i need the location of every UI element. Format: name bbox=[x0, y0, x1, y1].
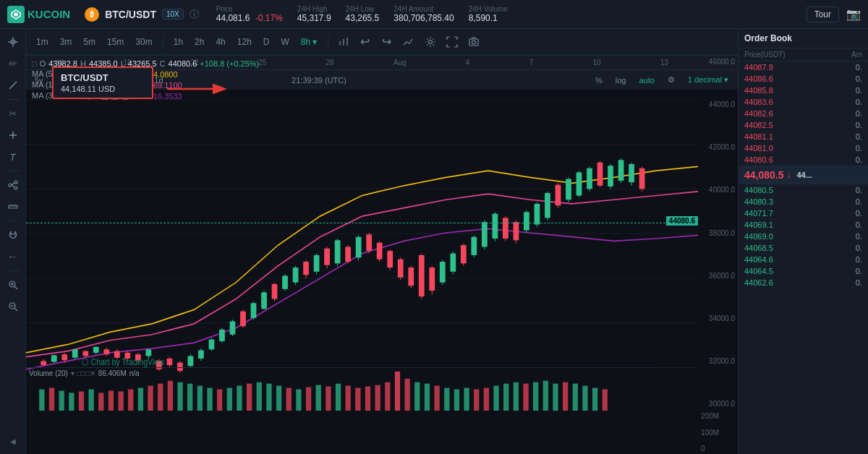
chart-type-btn[interactable] bbox=[334, 33, 353, 51]
price-stat-24h-volume: 24H Volume 8,590.1 bbox=[469, 5, 508, 23]
svg-rect-137 bbox=[514, 222, 519, 240]
svg-rect-171 bbox=[118, 391, 123, 411]
bid-row-3[interactable]: 44071.7 0. bbox=[739, 207, 868, 219]
24h-high-label: 24H High bbox=[297, 5, 331, 13]
price-scale: 46000.0 44000.0 42000.0 40000.0 38000.0 … bbox=[698, 55, 738, 411]
ask-row-5[interactable]: 44082.6 0. bbox=[739, 108, 868, 119]
bid-row-1[interactable]: 44080.5 0. bbox=[739, 184, 868, 196]
screenshot-btn[interactable] bbox=[464, 33, 483, 51]
tool-line[interactable] bbox=[3, 75, 23, 95]
tool-plus[interactable] bbox=[3, 125, 23, 145]
ask-row-1[interactable]: 44087.9 0. bbox=[739, 61, 868, 73]
svg-rect-67 bbox=[145, 349, 151, 356]
svg-rect-212 bbox=[523, 384, 528, 411]
svg-rect-157 bbox=[618, 160, 624, 181]
fullscreen-btn[interactable] bbox=[443, 33, 461, 51]
ask-row-2[interactable]: 44086.6 0. bbox=[739, 73, 868, 85]
tool-collapse[interactable]: ◀ bbox=[3, 431, 23, 451]
tf-4h[interactable]: 4h bbox=[211, 35, 229, 48]
svg-rect-170 bbox=[109, 390, 114, 411]
line-chart-btn[interactable] bbox=[399, 33, 418, 51]
chart-body[interactable]: □ O43982.8 H44385.0 L43265.5 C44080.6 +1… bbox=[26, 55, 738, 454]
tool-zoom-in[interactable] bbox=[3, 275, 23, 295]
redo-btn[interactable]: ↪ bbox=[378, 33, 396, 51]
tool-scissors[interactable]: ✂ bbox=[3, 103, 23, 124]
price-stat-24h-amount: 24H Amount 380,706,785.40 bbox=[393, 5, 454, 23]
symbol-box-price: 44,148.11 USD bbox=[61, 85, 145, 93]
ask-row-7[interactable]: 44081.1 0. bbox=[739, 131, 868, 142]
ask-row-6[interactable]: 44082.5 0. bbox=[739, 119, 868, 131]
btc-icon: ₿ bbox=[85, 7, 99, 22]
svg-rect-151 bbox=[587, 168, 592, 189]
svg-rect-197 bbox=[375, 385, 380, 411]
svg-rect-164 bbox=[49, 388, 54, 411]
24h-volume-value: 8,590.1 bbox=[469, 13, 508, 23]
svg-rect-178 bbox=[187, 384, 192, 411]
svg-rect-161 bbox=[639, 168, 645, 189]
svg-rect-191 bbox=[316, 385, 321, 411]
ask-row-4[interactable]: 44083.6 0. bbox=[739, 96, 868, 108]
svg-rect-141 bbox=[535, 204, 540, 225]
bid-row-5[interactable]: 44069.0 0. bbox=[739, 231, 868, 242]
svg-rect-184 bbox=[247, 384, 252, 411]
tf-3m[interactable]: 3m bbox=[56, 35, 77, 48]
svg-rect-83 bbox=[230, 321, 236, 334]
chart-canvas[interactable]: ⬡ Chart by TradingView Volume (20) ▾ □□□… bbox=[26, 55, 698, 411]
tool-pencil[interactable]: ✏ bbox=[3, 53, 23, 74]
bid-row-8[interactable]: 44064.5 0. bbox=[739, 265, 868, 277]
svg-rect-166 bbox=[69, 393, 74, 411]
info-icon[interactable]: ⓘ bbox=[190, 8, 199, 21]
svg-rect-195 bbox=[355, 388, 360, 411]
bid-row-7[interactable]: 44064.6 0. bbox=[739, 254, 868, 265]
bid-row-2[interactable]: 44080.3 0. bbox=[739, 196, 868, 207]
tf-15m[interactable]: 15m bbox=[103, 35, 128, 48]
bid-row-4[interactable]: 44069.1 0. bbox=[739, 219, 868, 231]
chart-container: BTC/USDT 44,148.11 USD 1m 3m 5m 15m 30m … bbox=[26, 29, 738, 454]
tool-back[interactable]: ← bbox=[3, 247, 23, 267]
symbol-box[interactable]: BTC/USDT 44,148.11 USD bbox=[52, 67, 153, 99]
tf-D[interactable]: D bbox=[259, 35, 274, 48]
bid-row-6[interactable]: 44068.5 0. bbox=[739, 242, 868, 254]
svg-rect-149 bbox=[576, 172, 582, 195]
pair-name[interactable]: BTC/USDT bbox=[105, 9, 156, 20]
tf-W[interactable]: W bbox=[276, 35, 293, 48]
tool-ruler[interactable] bbox=[3, 197, 23, 217]
tour-button[interactable]: Tour bbox=[807, 7, 839, 22]
tf-2h[interactable]: 2h bbox=[190, 35, 208, 48]
24h-low-value: 43,265.5 bbox=[346, 13, 380, 23]
svg-rect-155 bbox=[608, 166, 613, 187]
ask-row-3[interactable]: 44085.8 0. bbox=[739, 85, 868, 96]
leverage-badge[interactable]: 10X bbox=[162, 9, 184, 20]
svg-marker-1 bbox=[14, 12, 18, 17]
svg-rect-190 bbox=[306, 387, 311, 411]
ask-row-9[interactable]: 44080.6 0. bbox=[739, 154, 868, 166]
tool-node[interactable] bbox=[3, 175, 23, 195]
svg-point-35 bbox=[428, 40, 432, 43]
svg-rect-206 bbox=[464, 388, 469, 411]
tf-30m[interactable]: 30m bbox=[131, 35, 156, 48]
tf-1m[interactable]: 1m bbox=[32, 35, 53, 48]
svg-rect-220 bbox=[603, 390, 608, 411]
tf-1h[interactable]: 1h bbox=[169, 35, 187, 48]
tool-zoom-out[interactable] bbox=[3, 296, 23, 317]
kucoin-logo[interactable]: KUCOIN bbox=[7, 6, 70, 23]
settings-btn[interactable] bbox=[421, 33, 440, 51]
tf-12h[interactable]: 12h bbox=[233, 35, 256, 48]
tf-5m[interactable]: 5m bbox=[79, 35, 100, 48]
ask-row-8[interactable]: 44081.0 0. bbox=[739, 142, 868, 154]
tool-text[interactable]: T bbox=[3, 147, 23, 167]
svg-rect-215 bbox=[553, 384, 558, 411]
bid-row-9[interactable]: 44062.6 0. bbox=[739, 277, 868, 288]
logo-text: KUCOIN bbox=[27, 8, 70, 20]
svg-rect-125 bbox=[450, 254, 456, 272]
camera-icon[interactable]: 📷 bbox=[846, 7, 861, 21]
svg-rect-53 bbox=[72, 349, 78, 357]
svg-rect-193 bbox=[336, 384, 341, 411]
svg-rect-127 bbox=[461, 245, 467, 263]
undo-btn[interactable]: ↩ bbox=[356, 33, 375, 51]
tf-8h[interactable]: 8h ▾ bbox=[297, 35, 322, 48]
tool-crosshair[interactable] bbox=[3, 32, 23, 52]
svg-rect-169 bbox=[98, 393, 103, 411]
svg-rect-79 bbox=[209, 340, 215, 350]
tool-magnet[interactable] bbox=[3, 225, 23, 245]
